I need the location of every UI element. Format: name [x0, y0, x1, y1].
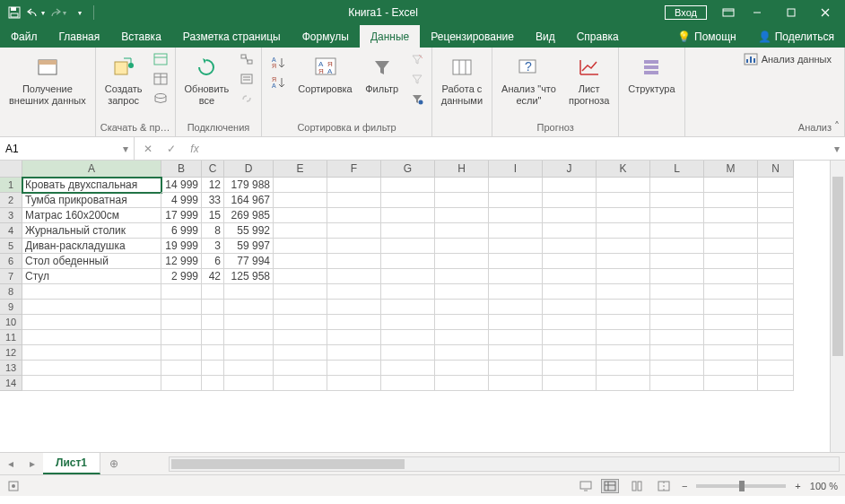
- cell[interactable]: [274, 208, 327, 223]
- page-layout-view-icon[interactable]: [628, 479, 646, 493]
- show-queries-icon[interactable]: [150, 49, 171, 69]
- cell[interactable]: [489, 254, 543, 269]
- name-box[interactable]: ▾: [0, 137, 135, 160]
- cell[interactable]: [650, 284, 704, 300]
- cell[interactable]: [274, 376, 327, 391]
- cell[interactable]: [202, 345, 224, 361]
- row-header[interactable]: 13: [0, 361, 22, 376]
- cell[interactable]: [704, 284, 758, 300]
- column-header[interactable]: H: [435, 161, 489, 178]
- what-if-button[interactable]: ? Анализ "что если": [496, 49, 562, 110]
- outline-button[interactable]: Структура: [623, 49, 680, 99]
- cell[interactable]: [758, 254, 794, 269]
- cell[interactable]: [22, 315, 161, 330]
- cell[interactable]: [274, 254, 327, 269]
- tab-home[interactable]: Главная: [48, 25, 111, 48]
- cell[interactable]: [435, 239, 489, 254]
- cell[interactable]: [758, 345, 794, 361]
- cell[interactable]: [597, 254, 650, 269]
- cell[interactable]: 14 999: [161, 178, 202, 193]
- cell[interactable]: [704, 208, 758, 223]
- cell[interactable]: [381, 269, 435, 284]
- cell[interactable]: [327, 300, 381, 315]
- horizontal-scrollbar[interactable]: [169, 456, 840, 472]
- cell[interactable]: [489, 376, 543, 391]
- cell[interactable]: [435, 269, 489, 284]
- sheet-nav-next-icon[interactable]: ▸: [22, 453, 43, 474]
- cell[interactable]: [758, 223, 794, 239]
- scrollbar-thumb[interactable]: [171, 459, 405, 469]
- cell[interactable]: [543, 178, 597, 193]
- cell[interactable]: [161, 345, 202, 361]
- cell[interactable]: 33: [202, 193, 224, 208]
- vertical-scrollbar[interactable]: [830, 161, 845, 452]
- cell[interactable]: [597, 345, 650, 361]
- cell[interactable]: 179 988: [224, 178, 274, 193]
- sheet-tab[interactable]: Лист1: [43, 453, 100, 474]
- cell[interactable]: [489, 284, 543, 300]
- cell[interactable]: 17 999: [161, 208, 202, 223]
- cell[interactable]: [650, 376, 704, 391]
- cell[interactable]: [597, 178, 650, 193]
- cell[interactable]: [758, 178, 794, 193]
- cell[interactable]: [274, 284, 327, 300]
- cell[interactable]: [274, 315, 327, 330]
- cell[interactable]: [543, 300, 597, 315]
- cell[interactable]: [327, 284, 381, 300]
- cell[interactable]: [435, 284, 489, 300]
- cell[interactable]: [489, 345, 543, 361]
- cell[interactable]: [327, 223, 381, 239]
- cell[interactable]: [381, 345, 435, 361]
- maximize-button[interactable]: [775, 3, 807, 22]
- forecast-sheet-button[interactable]: Лист прогноза: [563, 49, 614, 110]
- cell[interactable]: [327, 345, 381, 361]
- cell[interactable]: [161, 330, 202, 345]
- sort-desc-icon[interactable]: ЯA: [267, 73, 289, 92]
- cell[interactable]: 8: [202, 223, 224, 239]
- column-header[interactable]: G: [381, 161, 435, 178]
- enter-formula-icon[interactable]: ✓: [163, 143, 179, 155]
- cell[interactable]: [543, 223, 597, 239]
- sign-in-button[interactable]: Вход: [665, 5, 707, 20]
- cell[interactable]: [381, 284, 435, 300]
- cell[interactable]: 6: [202, 254, 224, 269]
- cell[interactable]: [381, 178, 435, 193]
- tab-help[interactable]: Справка: [566, 25, 630, 48]
- cell[interactable]: [381, 223, 435, 239]
- cell[interactable]: [704, 239, 758, 254]
- advanced-filter-icon[interactable]: [406, 89, 428, 109]
- properties-icon[interactable]: [236, 69, 257, 89]
- cell[interactable]: [650, 345, 704, 361]
- collapse-ribbon-icon[interactable]: ˄: [834, 120, 840, 133]
- cell[interactable]: 164 967: [224, 193, 274, 208]
- row-header[interactable]: 2: [0, 193, 22, 208]
- cell[interactable]: [381, 300, 435, 315]
- cell[interactable]: [161, 361, 202, 376]
- cell[interactable]: [597, 223, 650, 239]
- column-header[interactable]: M: [704, 161, 758, 178]
- cell[interactable]: [650, 254, 704, 269]
- cell[interactable]: Кровать двухспальная: [22, 178, 161, 193]
- cell[interactable]: [650, 315, 704, 330]
- cell[interactable]: [543, 284, 597, 300]
- cell[interactable]: [22, 330, 161, 345]
- sort-asc-icon[interactable]: AЯ: [267, 53, 289, 73]
- cell[interactable]: [704, 178, 758, 193]
- cells-area[interactable]: Кровать двухспальная14 99912179 988Тумба…: [22, 178, 794, 391]
- row-header[interactable]: 1: [0, 178, 22, 193]
- refresh-all-button[interactable]: Обновить все: [179, 49, 235, 110]
- from-table-icon[interactable]: [150, 69, 171, 89]
- data-analysis-button[interactable]: Анализ данных: [740, 49, 835, 69]
- cell[interactable]: [704, 345, 758, 361]
- cell[interactable]: [224, 315, 274, 330]
- column-header[interactable]: F: [327, 161, 381, 178]
- cell[interactable]: [758, 208, 794, 223]
- select-all-triangle[interactable]: [0, 161, 22, 178]
- cell[interactable]: 125 958: [224, 269, 274, 284]
- cell[interactable]: 2 999: [161, 269, 202, 284]
- cell[interactable]: [597, 315, 650, 330]
- connections-icon[interactable]: [236, 49, 257, 69]
- cell[interactable]: [543, 208, 597, 223]
- row-header[interactable]: 6: [0, 254, 22, 269]
- close-button[interactable]: [809, 3, 841, 22]
